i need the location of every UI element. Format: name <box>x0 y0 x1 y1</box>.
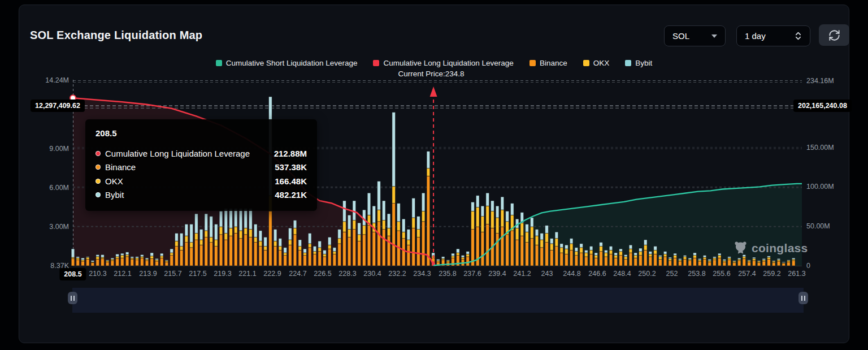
x-axis-value-badge: 208.5 <box>59 268 86 280</box>
x-axis-label: 244.8 <box>563 270 580 278</box>
period-select[interactable]: 1 day <box>736 25 810 46</box>
legend-item[interactable]: OKX <box>583 59 610 67</box>
y-axis-left-label: 3.00M <box>29 223 69 231</box>
tooltip-series-label: Bybit <box>105 190 270 200</box>
short-leverage-value-badge: 202,165,240.08 <box>793 100 852 112</box>
legend-label: OKX <box>593 59 610 67</box>
chart-legend: Cumulative Short Liquidation LeverageCum… <box>19 59 849 67</box>
legend-item[interactable]: Cumulative Short Liquidation Leverage <box>216 59 358 67</box>
legend-label: Bybit <box>635 59 652 67</box>
coinglass-watermark: coinglass <box>733 240 808 256</box>
x-axis-label: 259.2 <box>763 270 780 278</box>
chart-tooltip: 208.5 Cumulative Long Liquidation Levera… <box>85 119 317 211</box>
x-axis-label: 252 <box>666 270 678 278</box>
symbol-select[interactable]: SOL <box>664 25 726 46</box>
y-axis-right-label: 100.00M <box>806 183 834 191</box>
zoom-slider-track[interactable] <box>72 288 804 313</box>
tooltip-series-value: 166.48K <box>275 176 307 186</box>
tooltip-series-label: Cumulative Long Liquidation Leverage <box>105 149 270 158</box>
zoom-slider-handle-right[interactable] <box>798 292 808 304</box>
coinglass-logo-icon <box>733 240 748 256</box>
x-axis-label: 255.6 <box>713 270 730 278</box>
x-axis-label: 239.4 <box>488 270 506 278</box>
x-axis-label: 219.3 <box>214 270 231 278</box>
tooltip-row: Cumulative Long Liquidation Leverage212.… <box>96 146 307 161</box>
tooltip-row: OKX166.48K <box>96 174 307 188</box>
x-axis-label: 234.3 <box>413 270 431 278</box>
liquidation-map-card: SOL Exchange Liquidation Map SOL 1 day C… <box>19 5 849 343</box>
x-axis-label: 235.8 <box>439 270 456 278</box>
legend-swatch-icon <box>583 60 589 66</box>
legend-item[interactable]: Bybit <box>625 59 652 67</box>
tooltip-series-dot-icon <box>96 179 101 184</box>
coinglass-watermark-text: coinglass <box>752 241 808 255</box>
refresh-icon <box>828 29 841 42</box>
tooltip-series-value: 537.38K <box>275 162 307 172</box>
page-title: SOL Exchange Liquidation Map <box>30 29 202 42</box>
current-price-label: Current Price:234.8 <box>398 70 464 78</box>
legend-item[interactable]: Cumulative Long Liquidation Leverage <box>373 59 513 67</box>
legend-label: Cumulative Short Liquidation Leverage <box>226 59 358 67</box>
x-axis-label: 230.4 <box>363 270 381 278</box>
tooltip-series-dot-icon <box>96 151 101 156</box>
updown-stepper-icon <box>795 31 802 41</box>
x-axis-label: 217.5 <box>189 270 206 278</box>
x-axis-label: 253.8 <box>688 270 705 278</box>
tooltip-row: Bybit482.21K <box>96 188 307 202</box>
x-axis-label: 224.7 <box>289 270 306 278</box>
x-axis-label: 215.7 <box>164 270 181 278</box>
y-axis-right-label: 50.00M <box>806 222 830 230</box>
x-axis-label: 261.3 <box>788 270 805 278</box>
long-leverage-value-badge: 12,297,409.62 <box>31 100 85 112</box>
tooltip-series-value: 212.88M <box>274 149 307 158</box>
x-axis-label: 222.9 <box>263 270 281 278</box>
x-axis-label: 241.2 <box>513 270 531 278</box>
y-axis-left-label: 14.24M <box>29 76 69 84</box>
tooltip-row: Binance537.38K <box>96 161 307 175</box>
legend-label: Binance <box>540 59 567 67</box>
tooltip-series-dot-icon <box>96 192 101 197</box>
x-axis-label: 250.2 <box>638 270 656 278</box>
x-axis-label: 228.3 <box>338 270 356 278</box>
legend-item[interactable]: Binance <box>530 59 567 67</box>
x-axis-label: 257.4 <box>738 270 756 278</box>
x-axis-label: 213.9 <box>139 270 157 278</box>
legend-swatch-icon <box>216 60 222 66</box>
tooltip-series-label: OKX <box>105 176 270 186</box>
y-axis-right-label: 150.00M <box>806 144 834 152</box>
chevron-down-icon <box>711 34 717 38</box>
tooltip-series-value: 482.21K <box>275 190 307 200</box>
y-axis-right-label: 0 <box>806 262 810 270</box>
x-axis-label: 248.4 <box>613 270 631 278</box>
legend-swatch-icon <box>530 60 536 66</box>
x-axis-label: 210.3 <box>89 270 106 278</box>
x-axis-label: 243 <box>541 270 553 278</box>
y-axis-right-label: 234.16M <box>806 77 834 85</box>
legend-swatch-icon <box>373 60 379 66</box>
symbol-select-value: SOL <box>672 31 699 41</box>
x-axis-label: 212.1 <box>114 270 131 278</box>
tooltip-series-dot-icon <box>96 165 101 170</box>
zoom-slider-handle-left[interactable] <box>68 292 77 304</box>
legend-label: Cumulative Long Liquidation Leverage <box>383 59 513 67</box>
x-axis-label: 232.2 <box>388 270 406 278</box>
period-select-value: 1 day <box>745 31 784 41</box>
tooltip-series-label: Binance <box>105 162 270 172</box>
legend-swatch-icon <box>625 60 631 66</box>
x-axis-label: 226.5 <box>314 270 331 278</box>
x-axis-label: 246.6 <box>588 270 606 278</box>
x-axis-label: 237.6 <box>463 270 481 278</box>
refresh-button[interactable] <box>819 24 849 46</box>
y-axis-left-label: 6.00M <box>29 184 69 192</box>
tooltip-price-title: 208.5 <box>96 128 307 138</box>
y-axis-left-label: 9.00M <box>29 145 69 153</box>
x-axis-label: 221.1 <box>238 270 256 278</box>
